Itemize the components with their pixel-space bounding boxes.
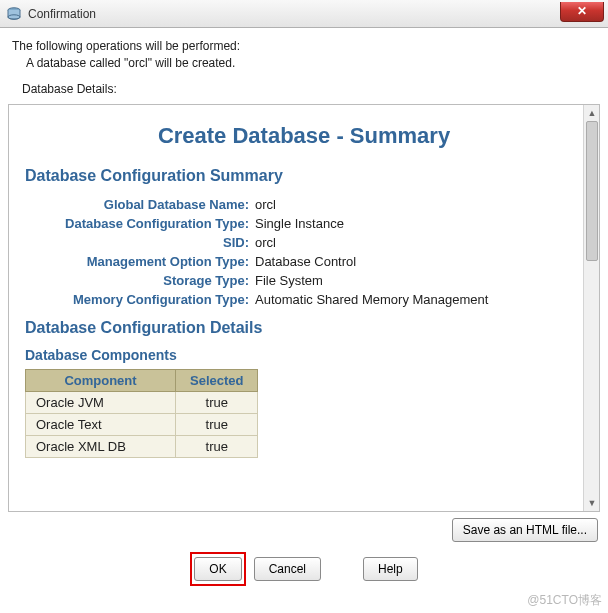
selected-cell: true	[176, 391, 258, 413]
config-row: Database Configuration Type:Single Insta…	[25, 214, 583, 233]
selected-cell: true	[176, 435, 258, 457]
table-row: Oracle XML DBtrue	[26, 435, 258, 457]
save-row: Save as an HTML file...	[0, 512, 608, 542]
config-label: SID:	[25, 235, 255, 250]
config-label: Storage Type:	[25, 273, 255, 288]
config-row: Global Database Name:orcl	[25, 195, 583, 214]
config-value: Single Instance	[255, 216, 344, 231]
watermark: @51CTO博客	[527, 592, 602, 609]
close-icon: ✕	[577, 4, 587, 18]
config-value: File System	[255, 273, 323, 288]
section-config-details: Database Configuration Details	[25, 319, 583, 337]
config-row: Memory Configuration Type:Automatic Shar…	[25, 290, 583, 309]
intro-text: The following operations will be perform…	[0, 28, 608, 76]
save-html-button[interactable]: Save as an HTML file...	[452, 518, 598, 542]
config-label: Management Option Type:	[25, 254, 255, 269]
config-label: Global Database Name:	[25, 197, 255, 212]
config-label: Memory Configuration Type:	[25, 292, 255, 307]
close-button[interactable]: ✕	[560, 2, 604, 22]
config-row: Management Option Type:Database Control	[25, 252, 583, 271]
app-icon	[6, 6, 22, 22]
component-cell: Oracle XML DB	[26, 435, 176, 457]
scroll-thumb[interactable]	[586, 121, 598, 261]
config-row: Storage Type:File System	[25, 271, 583, 290]
intro-line1: The following operations will be perform…	[12, 38, 596, 55]
ok-button[interactable]: OK	[194, 557, 241, 581]
cancel-button[interactable]: Cancel	[254, 557, 321, 581]
config-label: Database Configuration Type:	[25, 216, 255, 231]
scroll-down-icon[interactable]: ▼	[584, 495, 600, 511]
page-title: Create Database - Summary	[25, 123, 583, 149]
table-header-selected: Selected	[176, 369, 258, 391]
vertical-scrollbar[interactable]: ▲ ▼	[583, 105, 599, 511]
config-value: orcl	[255, 197, 276, 212]
details-frame: Create Database - Summary Database Confi…	[8, 104, 600, 512]
button-row: OK Cancel Help	[0, 542, 608, 586]
titlebar: Confirmation ✕	[0, 0, 608, 28]
component-cell: Oracle Text	[26, 413, 176, 435]
section-config-summary: Database Configuration Summary	[25, 167, 583, 185]
intro-line2: A database called "orcl" will be created…	[12, 55, 596, 72]
table-header-component: Component	[26, 369, 176, 391]
table-row: Oracle Texttrue	[26, 413, 258, 435]
config-value: Database Control	[255, 254, 356, 269]
details-content: Create Database - Summary Database Confi…	[9, 105, 599, 511]
table-row: Oracle JVMtrue	[26, 391, 258, 413]
config-value: Automatic Shared Memory Management	[255, 292, 488, 307]
config-row: SID:orcl	[25, 233, 583, 252]
window-title: Confirmation	[28, 7, 96, 21]
config-value: orcl	[255, 235, 276, 250]
ok-highlight-box: OK	[190, 552, 245, 586]
details-label: Database Details:	[0, 76, 608, 102]
components-table: Component Selected Oracle JVMtrueOracle …	[25, 369, 258, 458]
subsection-components: Database Components	[25, 347, 583, 363]
selected-cell: true	[176, 413, 258, 435]
scroll-up-icon[interactable]: ▲	[584, 105, 600, 121]
help-button[interactable]: Help	[363, 557, 418, 581]
component-cell: Oracle JVM	[26, 391, 176, 413]
